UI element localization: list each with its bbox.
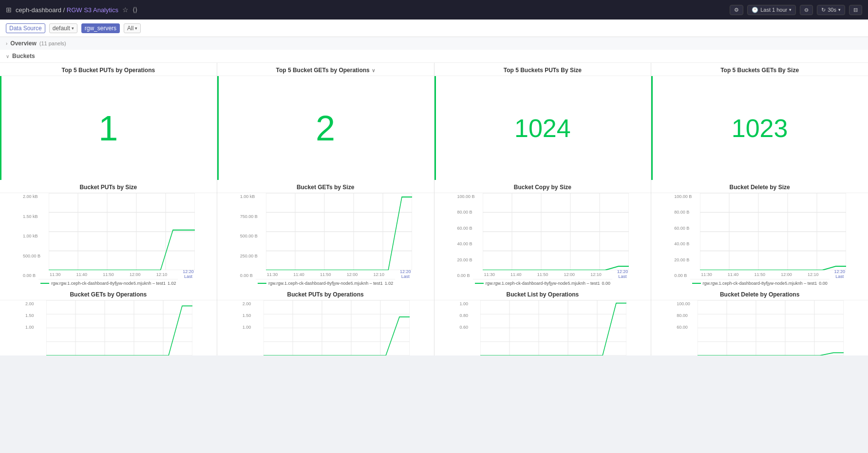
time-range-button[interactable]: 🕐 Last 1 hour ▾ — [747, 5, 796, 15]
x-axis: 11:3011:4011:5012:0012:1012:20Last — [49, 270, 195, 279]
time-range-label: Last 1 hour — [760, 7, 787, 13]
y-axis-bottom: 1.000.800.60 — [458, 300, 480, 355]
chart-panel-title: Bucket PUTs by Size — [0, 180, 217, 193]
legend-value: 0.00 — [602, 281, 610, 286]
stat-panel-puts-ops-title: Top 5 Bucket PUTs by Operations — [0, 63, 217, 76]
bottom-panel: Bucket Delete by Operations100.0080.0060… — [651, 287, 868, 355]
bottom-panel: Bucket GETs by Operations2.001.501.00 — [0, 287, 217, 355]
chevron-down-icon-refresh: ▾ — [838, 7, 841, 12]
refresh-button[interactable]: ↻ 30s ▾ — [817, 5, 845, 15]
bottom-chart-svg — [698, 300, 844, 355]
overview-toggle: › — [6, 41, 7, 46]
grid-icon[interactable]: ⊞ — [6, 6, 12, 14]
legend-text: rgw.rgw.1.ceph-ck-dashboard-8yfjyw-node5… — [51, 281, 166, 286]
stat-panel-gets-ops: Top 5 Bucket GETs by Operations ∨ 2 — [217, 63, 434, 180]
stat-panel-puts-size-body: 1024 — [434, 76, 651, 180]
star-icon[interactable]: ☆ — [122, 6, 129, 14]
default-value: default — [53, 25, 70, 32]
legend-value: 1.02 — [168, 281, 176, 286]
legend-text: rgw.rgw.1.ceph-ck-dashboard-8yfjyw-node5… — [486, 281, 600, 286]
y-axis: 2.00 kB1.50 kB1.00 kB500.00 B0.00 B — [22, 193, 49, 279]
settings-button[interactable]: ⚙ — [730, 5, 743, 15]
stat-value-puts-size: 1024 — [514, 116, 571, 141]
chart-panel-title: Bucket GETs by Size — [217, 180, 434, 193]
stat-value-gets-ops: 2 — [316, 111, 335, 146]
chart-legend: rgw.rgw.1.ceph-ck-dashboard-8yfjyw-node5… — [473, 279, 612, 287]
chart-panel-title: Bucket Delete by Size — [651, 180, 868, 193]
y-axis: 100.00 B80.00 B60.00 B40.00 B20.00 B0.00… — [673, 193, 700, 279]
display-button[interactable]: ⊟ — [849, 5, 862, 15]
refresh-icon: ↻ — [821, 7, 826, 13]
left-accent — [0, 76, 1, 180]
clock-icon: 🕐 — [752, 7, 758, 13]
chart-panel-body: 1.00 kB750.00 B500.00 B250.00 B0.00 B11:… — [217, 193, 434, 287]
y-axis: 1.00 kB750.00 B500.00 B250.00 B0.00 B — [239, 193, 266, 279]
y-axis: 100.00 B80.00 B60.00 B40.00 B20.00 B0.00… — [456, 193, 483, 279]
servers-dropdown[interactable]: rgw_servers — [81, 23, 120, 33]
x-axis: 11:3011:4011:5012:0012:1012:20Last — [700, 270, 846, 279]
stat-panel-puts-ops: Top 5 Bucket PUTs by Operations 1 — [0, 63, 217, 180]
legend-text: rgw.rgw.1.ceph-ck-dashboard-8yfjyw-node5… — [268, 281, 383, 286]
bottom-panels-grid: Bucket GETs by Operations2.001.501.00Buc… — [0, 287, 868, 355]
refresh-interval-label: 30s — [828, 7, 836, 13]
chart-panel: Bucket Copy by Size100.00 B80.00 B60.00 … — [434, 180, 651, 287]
stat-panel-gets-size-body: 1023 — [651, 76, 868, 180]
top-bar-left: ⊞ ceph-dashboard / RGW S3 Analytics ☆ ⟨⟩ — [6, 6, 137, 14]
chart-svg-wrap — [266, 193, 412, 270]
breadcrumb-prefix: ceph-dashboard / — [16, 6, 67, 14]
bottom-panel-title: Bucket GETs by Operations — [0, 287, 217, 300]
y-axis-bottom: 100.0080.0060.00 — [676, 300, 698, 355]
legend-value: 1.02 — [385, 281, 394, 286]
x-axis: 11:3011:4011:5012:0012:1012:20Last — [483, 270, 629, 279]
stat-value-puts-ops: 1 — [98, 111, 118, 146]
zoom-button[interactable]: ⊖ — [800, 5, 813, 15]
buckets-toggle: ∨ — [6, 54, 9, 59]
filter-bar: Data Source default ▾ rgw_servers All ▾ — [0, 20, 868, 37]
buckets-section-header[interactable]: ∨ Buckets — [0, 50, 868, 63]
stat-panel-gets-size: Top 5 Buckets GETs By Size 1023 — [651, 63, 868, 180]
overview-count: (11 panels) — [39, 40, 66, 46]
bottom-chart-svg — [264, 300, 410, 355]
chart-svg-wrap — [49, 193, 195, 270]
chart-panels-grid: Bucket PUTs by Size2.00 kB1.50 kB1.00 kB… — [0, 180, 868, 287]
bottom-panel-body: 1.000.800.60 — [434, 300, 651, 355]
all-value: All — [127, 25, 133, 32]
servers-value: rgw_servers — [85, 25, 116, 32]
all-dropdown[interactable]: All ▾ — [124, 23, 141, 33]
chart-panel-body: 100.00 B80.00 B60.00 B40.00 B20.00 B0.00… — [651, 193, 868, 287]
bottom-panel-title: Bucket Delete by Operations — [651, 287, 868, 300]
chart-panel-body: 100.00 B80.00 B60.00 B40.00 B20.00 B0.00… — [434, 193, 651, 287]
stat-value-gets-size: 1023 — [732, 116, 788, 141]
chevron-down-icon-all: ▾ — [135, 26, 137, 31]
legend-value: 0.00 — [819, 281, 828, 286]
y-axis-bottom: 2.001.501.00 — [242, 300, 264, 355]
stat-panel-puts-size-title: Top 5 Buckets PUTs By Size — [434, 63, 651, 76]
x-axis: 11:3011:4011:5012:0012:1012:20Last — [266, 270, 412, 279]
stat-panel-gets-size-title: Top 5 Buckets GETs By Size — [651, 63, 868, 76]
caret-icon: ∨ — [372, 68, 375, 73]
legend-line-indicator — [258, 283, 266, 284]
chevron-down-icon: ▾ — [789, 7, 792, 12]
left-accent-4 — [651, 76, 653, 180]
bottom-panel: Bucket List by Operations1.000.800.60 — [434, 287, 651, 355]
chart-svg-wrap — [700, 193, 846, 270]
bottom-chart-svg — [480, 300, 626, 355]
stat-panel-gets-ops-title: Top 5 Bucket GETs by Operations ∨ — [217, 63, 434, 76]
default-dropdown[interactable]: default ▾ — [49, 23, 77, 33]
overview-section[interactable]: › Overview (11 panels) — [0, 37, 868, 50]
overview-label: Overview — [10, 40, 36, 47]
bottom-panel-body: 2.001.501.00 — [0, 300, 217, 355]
bottom-panel-body: 2.001.501.00 — [217, 300, 434, 355]
chart-legend: rgw.rgw.1.ceph-ck-dashboard-8yfjyw-node5… — [690, 279, 830, 287]
breadcrumb: ceph-dashboard / RGW S3 Analytics — [16, 6, 118, 14]
chart-svg-wrap — [483, 193, 629, 270]
top-bar-right: ⚙ 🕐 Last 1 hour ▾ ⊖ ↻ 30s ▾ ⊟ — [730, 5, 862, 15]
stat-panel-gets-ops-body: 2 — [217, 76, 434, 180]
breadcrumb-title[interactable]: RGW S3 Analytics — [67, 6, 118, 14]
legend-line-indicator — [475, 283, 484, 284]
top-bar: ⊞ ceph-dashboard / RGW S3 Analytics ☆ ⟨⟩… — [0, 0, 868, 20]
buckets-label: Buckets — [12, 53, 35, 59]
share-icon[interactable]: ⟨⟩ — [132, 6, 137, 14]
chart-legend: rgw.rgw.1.ceph-ck-dashboard-8yfjyw-node5… — [38, 279, 178, 287]
datasource-label[interactable]: Data Source — [6, 23, 45, 33]
